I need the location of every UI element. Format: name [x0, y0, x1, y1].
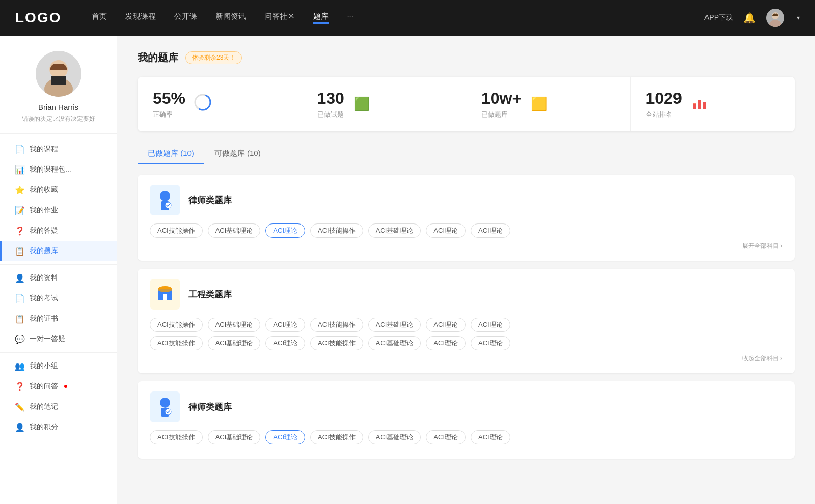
nav-news[interactable]: 新闻资讯 [215, 12, 246, 24]
tag-item[interactable]: ACI技能操作 [150, 336, 203, 350]
stat-done-questions-icon: 🟩 [352, 96, 371, 112]
sidebar-item-my-answers[interactable]: ❓ 我的答疑 [0, 220, 117, 241]
sidebar-item-my-group[interactable]: 👥 我的小组 [0, 356, 117, 376]
answers-icon: ❓ [15, 226, 24, 235]
tab-available-banks[interactable]: 可做题库 (10) [204, 144, 271, 164]
sidebar-divider-1 [0, 264, 117, 265]
navbar-right: APP下载 🔔 ▾ [704, 9, 800, 27]
svg-point-13 [160, 191, 170, 201]
tag-item[interactable]: ACI技能操作 [310, 318, 363, 332]
tag-item[interactable]: ACI基础理论 [208, 223, 261, 238]
tag-item[interactable]: ACI理论 [471, 223, 510, 238]
points-icon: 👤 [15, 423, 24, 432]
tag-item[interactable]: ACI技能操作 [150, 430, 203, 444]
quiz-card-2-title: 工程类题库 [188, 289, 232, 300]
sidebar-divider-2 [0, 352, 117, 353]
tag-item[interactable]: ACI理论 [471, 430, 510, 444]
group-icon: 👥 [15, 361, 24, 371]
quiz-card-2: 工程类题库 ACI技能操作 ACI基础理论 ACI理论 ACI技能操作 ACI基… [138, 269, 795, 373]
quiz-card-2-tags-row2: ACI技能操作 ACI基础理论 ACI理论 ACI技能操作 ACI基础理论 AC… [150, 336, 782, 350]
tag-item[interactable]: ACI技能操作 [150, 318, 203, 332]
quiz-card-1: 律师类题库 ACI技能操作 ACI基础理论 ACI理论 ACI技能操作 ACI基… [138, 175, 795, 261]
tag-item[interactable]: ACI基础理论 [208, 318, 261, 332]
tag-item[interactable]: ACI理论 [426, 430, 466, 444]
tag-item-active[interactable]: ACI理论 [265, 223, 305, 238]
nav-open-course[interactable]: 公开课 [174, 12, 197, 24]
sidebar-item-course-package[interactable]: 📊 我的课程包... [0, 159, 117, 180]
sidebar-item-exam[interactable]: 📄 我的考试 [0, 288, 117, 309]
sidebar-profile: Brian Harris 错误的决定比没有决定要好 [0, 51, 117, 134]
svg-rect-6 [51, 76, 66, 85]
tag-item[interactable]: ACI理论 [265, 336, 305, 350]
sidebar-item-points[interactable]: 👤 我的积分 [0, 417, 117, 437]
sidebar-menu: 📄 我的课程 📊 我的课程包... ⭐ 我的收藏 📝 我的作业 ❓ 我的答疑 📋 [0, 134, 117, 442]
quiz-card-3-tags: ACI技能操作 ACI基础理论 ACI理论 ACI技能操作 ACI基础理论 AC… [150, 430, 782, 444]
svg-rect-19 [163, 294, 167, 300]
quiz-card-2-tags-row1: ACI技能操作 ACI基础理论 ACI理论 ACI技能操作 ACI基础理论 AC… [150, 318, 782, 332]
stat-ranking-icon [690, 95, 709, 114]
sidebar-item-certificate[interactable]: 📋 我的证书 [0, 309, 117, 329]
main-content: 我的题库 体验剩余23天！ 55% 正确率 130 [117, 36, 815, 504]
sidebar-item-quiz-bank[interactable]: 📋 我的题库 [0, 241, 117, 261]
stat-done-banks-value: 10w+ [481, 89, 522, 108]
stat-accuracy-value: 55% [153, 89, 185, 108]
course-icon: 📄 [15, 145, 24, 154]
tag-item[interactable]: ACI理论 [426, 318, 466, 332]
tag-item[interactable]: ACI基础理论 [368, 430, 421, 444]
tag-item[interactable]: ACI理论 [471, 318, 510, 332]
sidebar-item-my-courses[interactable]: 📄 我的课程 [0, 139, 117, 159]
favorites-icon: ⭐ [15, 185, 24, 194]
stat-accuracy-icon [194, 93, 212, 115]
stat-done-questions-label: 已做试题 [317, 110, 344, 119]
tag-item[interactable]: ACI理论 [426, 336, 466, 350]
stat-done-banks-label: 已做题库 [481, 110, 522, 119]
tag-item[interactable]: ACI理论 [426, 223, 466, 238]
tab-done-banks[interactable]: 已做题库 (10) [138, 144, 204, 164]
tag-item[interactable]: ACI基础理论 [368, 318, 421, 332]
stat-accuracy-label: 正确率 [153, 110, 185, 119]
tag-item[interactable]: ACI技能操作 [150, 223, 203, 238]
sidebar-item-my-data[interactable]: 👤 我的资料 [0, 268, 117, 288]
tag-item[interactable]: ACI理论 [471, 336, 510, 350]
nav-discover[interactable]: 发现课程 [125, 12, 156, 24]
exam-icon: 📄 [15, 294, 24, 303]
user-name: Brian Harris [10, 103, 106, 111]
sidebar-item-homework[interactable]: 📝 我的作业 [0, 200, 117, 220]
user-avatar[interactable] [766, 9, 784, 27]
nav-quiz[interactable]: 题库 [313, 12, 329, 24]
svg-rect-11 [703, 102, 706, 109]
expand-link-2[interactable]: 收起全部科目 › [150, 354, 782, 363]
trial-badge: 体验剩余23天！ [185, 51, 242, 64]
user-menu-chevron-icon[interactable]: ▾ [797, 14, 800, 21]
nav-home[interactable]: 首页 [92, 12, 107, 24]
tag-item-active[interactable]: ACI理论 [265, 430, 305, 444]
stats-row: 55% 正确率 130 已做试题 🟩 10 [138, 77, 795, 131]
tag-item[interactable]: ACI技能操作 [310, 223, 363, 238]
tag-item[interactable]: ACI基础理论 [208, 336, 261, 350]
sidebar-item-notes[interactable]: ✏️ 我的笔记 [0, 397, 117, 417]
sidebar-item-my-qa[interactable]: ❓ 我的问答 [0, 376, 117, 397]
tag-item[interactable]: ACI基础理论 [368, 336, 421, 350]
tag-item[interactable]: ACI技能操作 [310, 430, 363, 444]
nav-qa[interactable]: 问答社区 [264, 12, 295, 24]
quiz-bank-icon: 📋 [15, 246, 24, 256]
tag-item[interactable]: ACI技能操作 [310, 336, 363, 350]
stat-done-questions-value: 130 [317, 89, 344, 108]
notification-bell-icon[interactable]: 🔔 [743, 12, 756, 24]
course-package-icon: 📊 [15, 165, 24, 174]
svg-rect-12 [693, 103, 696, 104]
sidebar-item-one-on-one[interactable]: 💬 一对一答疑 [0, 329, 117, 349]
tag-item[interactable]: ACI基础理论 [208, 430, 261, 444]
app-download-link[interactable]: APP下载 [704, 13, 733, 22]
svg-rect-10 [698, 100, 701, 109]
stat-done-questions: 130 已做试题 🟩 [302, 77, 467, 131]
quiz-card-1-icon [150, 185, 180, 215]
tag-item[interactable]: ACI理论 [265, 318, 305, 332]
expand-link-1[interactable]: 展开全部科目 › [150, 242, 782, 250]
stat-ranking-label: 全站排名 [646, 110, 682, 119]
stat-accuracy: 55% 正确率 [138, 77, 302, 131]
stat-done-banks: 10w+ 已做题库 🟨 [466, 77, 631, 131]
nav-more[interactable]: ··· [347, 12, 354, 24]
tag-item[interactable]: ACI基础理论 [368, 223, 421, 238]
sidebar-item-favorites[interactable]: ⭐ 我的收藏 [0, 180, 117, 200]
